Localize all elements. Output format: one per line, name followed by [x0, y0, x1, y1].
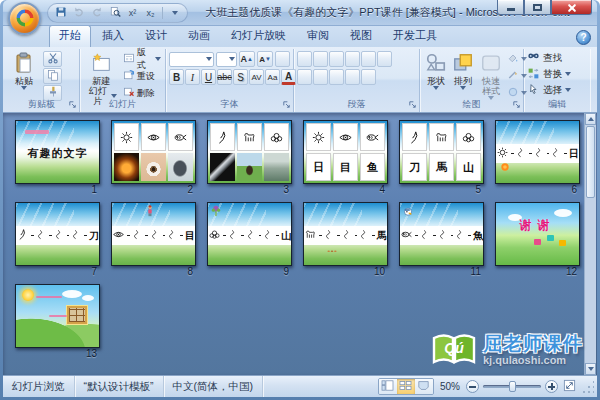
- slide-thumbnail-10[interactable]: 馬: [303, 202, 388, 266]
- change-case-button[interactable]: Aa: [265, 69, 280, 85]
- columns-button[interactable]: [361, 69, 376, 85]
- photo-eye: [141, 153, 166, 181]
- tab-开发工具[interactable]: 开发工具: [383, 25, 447, 47]
- slide-thumbnail-12[interactable]: 谢谢: [495, 202, 580, 266]
- character-evolution-band: 山: [208, 226, 291, 245]
- minimize-button[interactable]: [497, 0, 524, 15]
- drawing-dialog-launcher[interactable]: [512, 99, 521, 111]
- copy-button[interactable]: [43, 68, 62, 84]
- slide-thumbnail-5[interactable]: 刀馬山: [399, 120, 484, 184]
- slide-thumbnail-8[interactable]: 目: [111, 202, 196, 266]
- close-button[interactable]: [551, 0, 592, 15]
- arrange-button[interactable]: 排列: [450, 50, 476, 102]
- zoom-slider[interactable]: [483, 385, 541, 388]
- zoom-out-button[interactable]: [466, 380, 479, 393]
- numbering-button[interactable]: 12: [313, 51, 328, 67]
- font-name-combo[interactable]: [169, 52, 214, 67]
- thanks-text: 谢谢: [496, 217, 579, 234]
- undo-button[interactable]: [70, 5, 87, 21]
- modern-character: 馬: [377, 229, 387, 243]
- slide-thumbnail-4[interactable]: 日目鱼: [303, 120, 388, 184]
- paste-button[interactable]: 粘贴: [7, 50, 41, 101]
- slide-cell-11: 魚11: [399, 202, 484, 279]
- tab-审阅[interactable]: 审阅: [297, 25, 339, 47]
- underline-button[interactable]: U: [201, 69, 216, 85]
- normal-view-button[interactable]: [379, 379, 397, 394]
- paragraph-group-label: 段落: [294, 98, 419, 111]
- strikethrough-button[interactable]: abc: [217, 69, 232, 85]
- slide-sorter-view-button[interactable]: [397, 379, 415, 394]
- scroll-up-button[interactable]: [585, 113, 596, 125]
- zoom-in-button[interactable]: [545, 380, 558, 393]
- align-right-button[interactable]: [329, 69, 344, 85]
- shapes-button[interactable]: 形状: [423, 50, 449, 102]
- tab-插入[interactable]: 插入: [92, 25, 134, 47]
- slide-thumbnail-3[interactable]: [207, 120, 292, 184]
- justify-button[interactable]: [345, 69, 360, 85]
- tab-幻灯片放映[interactable]: 幻灯片放映: [221, 25, 296, 47]
- quick-styles-button[interactable]: 快速样式: [477, 50, 505, 102]
- slide-thumbnail-7[interactable]: 刀: [15, 202, 100, 266]
- language-status[interactable]: 中文(简体，中国): [164, 376, 264, 397]
- help-button[interactable]: ?: [576, 30, 591, 45]
- slide-thumbnail-6[interactable]: 日: [495, 120, 580, 184]
- vertical-scrollbar[interactable]: [584, 113, 596, 375]
- layout-button[interactable]: 版式: [122, 51, 162, 67]
- maximize-button[interactable]: [524, 0, 551, 15]
- clear-formatting-button[interactable]: [275, 51, 290, 67]
- print-preview-button[interactable]: [106, 5, 123, 21]
- reset-button[interactable]: 重设: [122, 68, 162, 84]
- tab-开始[interactable]: 开始: [49, 25, 91, 47]
- character-spacing-button[interactable]: AV: [249, 69, 264, 85]
- paragraph-dialog-launcher[interactable]: [408, 99, 417, 111]
- decrease-indent-button[interactable]: [329, 51, 344, 67]
- slide-thumbnail-1[interactable]: 有趣的文字: [15, 120, 100, 184]
- tab-设计[interactable]: 设计: [135, 25, 177, 47]
- design-template-status[interactable]: “默认设计模板”: [75, 376, 164, 397]
- clipboard-dialog-launcher[interactable]: [68, 99, 77, 111]
- slide-thumbnail-11[interactable]: 魚: [399, 202, 484, 266]
- line-spacing-button[interactable]: [361, 51, 376, 67]
- find-button[interactable]: 查找: [527, 50, 587, 66]
- italic-button[interactable]: I: [185, 69, 200, 85]
- card-mountain-pictograph: [456, 123, 481, 151]
- slide-thumbnail-13[interactable]: [15, 284, 100, 348]
- align-center-button[interactable]: [313, 69, 328, 85]
- bullets-button[interactable]: [297, 51, 312, 67]
- text-direction-button[interactable]: A: [377, 51, 392, 67]
- slide-thumbnail-9[interactable]: 山: [207, 202, 292, 266]
- zoom-slider-thumb[interactable]: [509, 381, 516, 392]
- replace-button[interactable]: 替换: [527, 66, 587, 82]
- cut-button[interactable]: [43, 51, 62, 67]
- office-button[interactable]: [8, 2, 41, 35]
- redo-button[interactable]: [88, 5, 105, 21]
- increase-indent-button[interactable]: [345, 51, 360, 67]
- slide-thumbnail-2[interactable]: [111, 120, 196, 184]
- select-button[interactable]: 选择: [527, 82, 587, 98]
- text-shadow-button[interactable]: S: [233, 69, 248, 85]
- tab-视图[interactable]: 视图: [340, 25, 382, 47]
- subscript-button[interactable]: x₂: [142, 5, 159, 21]
- arrow-dash: [84, 235, 87, 237]
- slide-show-button[interactable]: [415, 379, 433, 394]
- tab-动画[interactable]: 动画: [178, 25, 220, 47]
- font-dialog-launcher[interactable]: [282, 99, 291, 111]
- customize-quick-access-button[interactable]: [166, 5, 183, 21]
- save-button[interactable]: [52, 5, 69, 21]
- scrollbar-thumb[interactable]: [586, 126, 595, 198]
- arrow-dash: [511, 153, 514, 155]
- fit-to-window-button[interactable]: [562, 380, 577, 394]
- font-size-combo[interactable]: [216, 52, 237, 67]
- superscript-button[interactable]: x²: [124, 5, 141, 21]
- card-horse-pictograph: [237, 123, 262, 151]
- align-left-button[interactable]: [297, 69, 312, 85]
- horse-pictograph-icon: [304, 228, 317, 243]
- ancient-form-icon: [551, 147, 562, 160]
- resize-grip[interactable]: [581, 379, 594, 395]
- shrink-font-button[interactable]: A▼: [257, 51, 273, 67]
- font-group: A▲ A▼ B I U abc S AV Aa A 字体: [166, 49, 294, 112]
- scroll-down-button[interactable]: [585, 363, 596, 375]
- bold-button[interactable]: B: [169, 69, 184, 85]
- photo-fish: [168, 153, 193, 181]
- grow-font-button[interactable]: A▲: [239, 51, 256, 67]
